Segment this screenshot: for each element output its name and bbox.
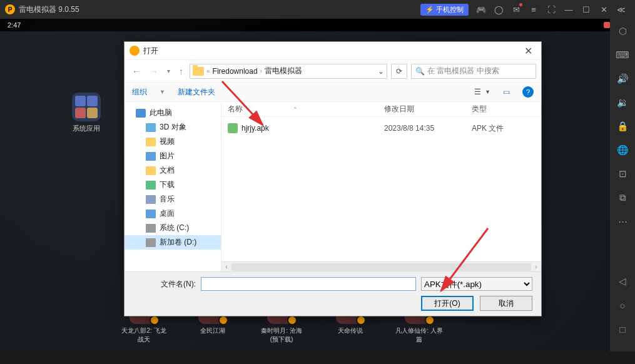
- android-statusbar: 2:47 ▾ ◢ ▮: [0, 19, 635, 31]
- filetype-filter[interactable]: APK文件(*.apk): [421, 277, 532, 291]
- file-open-dialog: 打开 ✕ ← → ▾ ↑ « Firedownload › 雷电模拟器 ⌄ ⟳ …: [124, 41, 542, 316]
- path-segment[interactable]: Firedownload: [213, 67, 258, 76]
- open-button[interactable]: 打开(O): [421, 296, 474, 311]
- refresh-button[interactable]: ⟳: [391, 64, 407, 79]
- emulator-sidebar: ⬡ ⌨ 🔊 🔉 🔒 🌐 ⊡ ⧉ ⋯ ◁ ○ □: [610, 19, 635, 351]
- keyboard-icon[interactable]: ⌨: [615, 48, 630, 63]
- home-nav-icon[interactable]: ○: [615, 298, 630, 313]
- nav-forward-button[interactable]: →: [147, 66, 161, 76]
- dock-label: 全民江湖: [188, 326, 238, 335]
- phone-control-button[interactable]: ⚡ 手机控制: [420, 4, 469, 16]
- organize-button[interactable]: 组织: [132, 87, 147, 98]
- disk-icon: [146, 224, 156, 233]
- emulator-desktop: 2:47 ▾ ◢ ▮ 系统应用 天龙八部2: 飞龙战天 全民江湖 秦时明月: 沧…: [0, 19, 635, 351]
- col-date[interactable]: 修改日期: [384, 104, 414, 113]
- col-name[interactable]: 名称: [228, 104, 243, 113]
- close-button[interactable]: ✕: [595, 1, 612, 18]
- tree-node-6[interactable]: 音乐: [124, 192, 221, 206]
- dock-label: 凡人修仙传: 人界篇: [394, 326, 444, 344]
- tree-node-9[interactable]: 新加卷 (D:): [124, 235, 221, 250]
- globe-icon[interactable]: 🌐: [615, 143, 630, 158]
- file-list: 名称⌃ 修改日期 类型 hjrjy.apk 2023/8/8 14:35 APK…: [221, 102, 541, 271]
- gamepad-icon[interactable]: 🎮: [472, 1, 490, 18]
- fullscreen-icon[interactable]: ⛶: [542, 1, 560, 18]
- file-name: hjrjy.apk: [241, 124, 269, 133]
- nav-recent-dropdown[interactable]: ▾: [165, 68, 173, 74]
- collapse-sidebar-icon[interactable]: ≪: [612, 1, 630, 18]
- cancel-button[interactable]: 取消: [480, 296, 532, 311]
- address-bar[interactable]: « Firedownload › 雷电模拟器 ⌄: [190, 64, 387, 79]
- mail-icon[interactable]: ✉: [507, 1, 525, 18]
- dialog-footer: 文件名(N): APK文件(*.apk) 打开(O) 取消: [124, 271, 541, 316]
- new-folder-button[interactable]: 新建文件夹: [178, 87, 215, 98]
- tree-node-2[interactable]: 视频: [124, 134, 221, 149]
- tree-label: 下载: [160, 179, 175, 190]
- nav-up-button[interactable]: ↑: [176, 66, 186, 76]
- volume-up-icon[interactable]: 🔊: [615, 71, 630, 86]
- dialog-navbar: ← → ▾ ↑ « Firedownload › 雷电模拟器 ⌄ ⟳ 🔍 在 雷…: [124, 59, 541, 82]
- scroll-right-icon[interactable]: ›: [531, 263, 541, 270]
- search-field[interactable]: 🔍 在 雷电模拟器 中搜索: [411, 64, 536, 79]
- minimize-button[interactable]: —: [560, 1, 577, 18]
- col-type[interactable]: 类型: [472, 104, 487, 113]
- blue-icon: [146, 210, 156, 218]
- recording-indicator-icon: [604, 22, 610, 28]
- file-type: APK 文件: [472, 123, 535, 134]
- volume-down-icon[interactable]: 🔉: [615, 95, 630, 110]
- back-nav-icon[interactable]: ◁: [615, 274, 630, 289]
- dock-label: 天龙八部2: 飞龙战天: [119, 326, 169, 344]
- dialog-toolbar: 组织 ▼ 新建文件夹 ☰ ▼ ▭ ?: [124, 82, 541, 102]
- search-icon: 🔍: [415, 67, 425, 76]
- tree-label: 3D 对象: [160, 122, 186, 133]
- chevron-right-icon: ›: [260, 68, 262, 74]
- tree-node-4[interactable]: 文档: [124, 163, 221, 178]
- lock-icon[interactable]: 🔒: [615, 119, 630, 134]
- fld-icon: [146, 138, 156, 146]
- horizontal-scrollbar[interactable]: ‹ ›: [221, 261, 541, 271]
- user-icon[interactable]: ◯: [490, 1, 507, 18]
- path-dropdown-icon[interactable]: ⌄: [378, 67, 384, 76]
- file-date: 2023/8/8 14:35: [384, 124, 472, 133]
- fld-icon: [146, 166, 156, 175]
- tree-node-0[interactable]: 此电脑: [124, 106, 221, 120]
- filename-input[interactable]: [201, 277, 416, 291]
- tree-node-1[interactable]: 3D 对象: [124, 120, 221, 134]
- chevron-down-icon: ▼: [160, 89, 165, 95]
- tree-label: 音乐: [160, 194, 175, 205]
- tree-label: 文档: [160, 165, 175, 176]
- status-time: 2:47: [8, 21, 601, 29]
- maximize-button[interactable]: ☐: [577, 1, 595, 18]
- file-row[interactable]: hjrjy.apk 2023/8/8 14:35 APK 文件: [221, 121, 541, 136]
- bolt-icon: ⚡: [425, 6, 434, 14]
- desktop-app-system[interactable]: 系统应用: [68, 93, 105, 133]
- record-icon[interactable]: ⧉: [615, 190, 630, 205]
- tree-node-3[interactable]: 图片: [124, 149, 221, 163]
- dialog-title: 打开: [143, 46, 521, 56]
- recent-nav-icon[interactable]: □: [615, 321, 630, 336]
- tree-label: 视频: [160, 136, 175, 147]
- tree-node-7[interactable]: 桌面: [124, 206, 221, 221]
- view-list-icon: ☰: [474, 88, 481, 96]
- dialog-logo-icon: [130, 46, 140, 56]
- system-folder-icon: [72, 93, 101, 121]
- filename-label: 文件名(N):: [133, 279, 196, 290]
- sort-asc-icon: ⌃: [293, 106, 298, 113]
- help-button[interactable]: ?: [522, 86, 534, 98]
- scroll-left-icon[interactable]: ‹: [221, 263, 231, 270]
- dock-label: 天命传说: [325, 326, 375, 335]
- nav-back-button[interactable]: ←: [130, 66, 143, 76]
- preview-pane-icon[interactable]: ▭: [503, 88, 510, 96]
- menu-icon[interactable]: ≡: [525, 1, 542, 18]
- pc-icon: [136, 109, 146, 118]
- tree-node-5[interactable]: 下载: [124, 178, 221, 192]
- screenshot-icon[interactable]: ⊡: [615, 166, 630, 181]
- phone-control-label: 手机控制: [436, 5, 464, 14]
- tree-node-8[interactable]: 系统 (C:): [124, 221, 221, 235]
- more-icon[interactable]: ⋯: [615, 214, 630, 229]
- view-options[interactable]: ☰ ▼: [474, 88, 490, 96]
- path-segment[interactable]: 雷电模拟器: [265, 66, 302, 76]
- disk-icon: [146, 238, 156, 247]
- settings-hex-icon[interactable]: ⬡: [615, 24, 630, 39]
- system-app-label: 系统应用: [68, 124, 105, 133]
- dialog-close-button[interactable]: ✕: [521, 45, 536, 57]
